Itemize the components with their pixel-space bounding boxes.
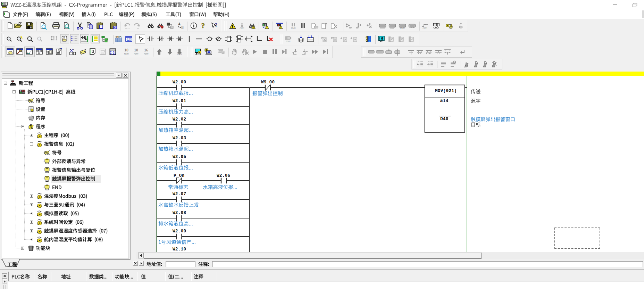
svg-text:?: ?: [201, 22, 205, 30]
svg-text:rom: rom: [400, 26, 405, 30]
svg-text:?: ?: [215, 22, 217, 28]
svg-text:CI: CI: [126, 38, 131, 42]
svg-text:rom: rom: [240, 26, 244, 30]
svg-text:A: A: [178, 22, 181, 26]
svg-text:B: B: [181, 26, 184, 30]
svg-text:rom: rom: [144, 52, 149, 55]
svg-text:rom: rom: [423, 26, 427, 30]
svg-text:rom: rom: [134, 52, 139, 55]
svg-text:rom: rom: [124, 52, 129, 55]
svg-text:0.02: 0.02: [110, 53, 116, 55]
svg-text:Z: Z: [324, 38, 326, 41]
svg-text:rom: rom: [291, 26, 296, 30]
svg-text:16: 16: [144, 48, 148, 52]
svg-text:rom: rom: [177, 52, 182, 56]
svg-text:rom: rom: [286, 40, 291, 43]
svg-text:10: 10: [134, 48, 138, 52]
svg-text:SMA: SMA: [116, 35, 122, 38]
svg-text:w: w: [63, 36, 65, 39]
svg-text:10: 10: [124, 48, 128, 52]
